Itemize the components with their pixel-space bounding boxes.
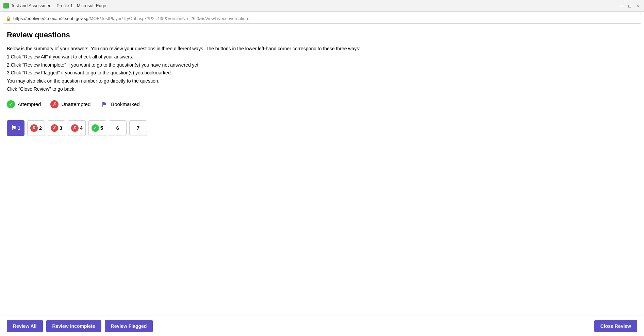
q-number: 6 xyxy=(116,125,119,131)
question-button-4[interactable]: ✗4 xyxy=(68,120,86,136)
browser-favicon xyxy=(3,3,9,8)
instruction-line-3: 2.Click "Review Incomplete" if you want … xyxy=(7,61,637,69)
question-button-7[interactable]: 7 xyxy=(129,120,147,136)
attempted-indicator: ✓ xyxy=(92,124,99,132)
footer: Review All Review Incomplete Review Flag… xyxy=(0,316,644,336)
q-number: 5 xyxy=(100,125,103,131)
attempted-icon: ✓ xyxy=(7,100,15,108)
q-number: 7 xyxy=(137,125,139,131)
window-controls: — ◻ ✕ xyxy=(619,3,641,8)
legend-attempted: ✓ Attempted xyxy=(7,100,41,108)
bookmarked-icon: ⚑ xyxy=(100,100,108,108)
address-text: https://edelivery2.eexam2.seab.gov.sg/MO… xyxy=(13,16,638,21)
instruction-line-5: You may also click on the question numbe… xyxy=(7,77,637,85)
footer-left-buttons: Review All Review Incomplete Review Flag… xyxy=(7,320,153,332)
minimize-button[interactable]: — xyxy=(619,3,624,8)
close-review-button[interactable]: Close Review xyxy=(594,320,637,332)
restore-button[interactable]: ◻ xyxy=(627,3,632,8)
unattempted-indicator: ✗ xyxy=(51,124,58,132)
question-button-2[interactable]: ✗2 xyxy=(27,120,45,136)
q-number: 3 xyxy=(60,125,62,131)
browser-title: Test and Assessment - Profile 1 - Micros… xyxy=(3,3,106,8)
unattempted-label: Unattempted xyxy=(61,101,90,107)
unattempted-indicator: ✗ xyxy=(71,124,79,132)
page-title: Review questions xyxy=(7,31,637,39)
instruction-line-2: 1.Click "Review All" if you want to chec… xyxy=(7,53,637,61)
attempted-label: Attempted xyxy=(18,101,41,107)
unattempted-indicator: ✗ xyxy=(30,124,38,132)
close-button[interactable]: ✕ xyxy=(635,3,641,8)
browser-title-text: Test and Assessment - Profile 1 - Micros… xyxy=(11,3,106,8)
review-incomplete-button[interactable]: Review Incomplete xyxy=(46,320,101,332)
footer-right-buttons: Close Review xyxy=(594,320,637,332)
question-button-3[interactable]: ✗3 xyxy=(48,120,65,136)
legend-bookmarked: ⚑ Bookmarked xyxy=(100,100,139,108)
instruction-line-4: 3.Click "Review Flagged" if you want to … xyxy=(7,69,637,77)
question-button-6[interactable]: 6 xyxy=(109,120,127,136)
question-button-5[interactable]: ✓5 xyxy=(88,120,106,136)
browser-titlebar: Test and Assessment - Profile 1 - Micros… xyxy=(0,0,644,12)
instructions: Below is the summary of your answers. Yo… xyxy=(7,45,637,93)
q-number: 2 xyxy=(39,125,42,131)
q-number: 4 xyxy=(80,125,83,131)
page-content: Review questions Below is the summary of… xyxy=(0,25,644,316)
review-all-button[interactable]: Review All xyxy=(7,320,43,332)
bookmarked-label: Bookmarked xyxy=(111,101,139,107)
review-flagged-button[interactable]: Review Flagged xyxy=(105,320,153,332)
question-button-1[interactable]: ⚑1 xyxy=(7,120,24,136)
address-bar[interactable]: 🔒 https://edelivery2.eexam2.seab.gov.sg/… xyxy=(3,13,641,24)
unattempted-icon: ✗ xyxy=(50,100,59,108)
divider xyxy=(7,114,637,114)
bookmark-icon: ⚑ xyxy=(11,124,16,132)
instruction-line-1: Below is the summary of your answers. Yo… xyxy=(7,45,637,53)
lock-icon: 🔒 xyxy=(6,16,11,21)
instruction-line-6: Click "Close Review" to go back. xyxy=(7,85,637,93)
legend-unattempted: ✗ Unattempted xyxy=(50,100,90,108)
legend: ✓ Attempted ✗ Unattempted ⚑ Bookmarked xyxy=(7,100,637,108)
q-number: 1 xyxy=(18,125,20,131)
question-grid: ⚑1✗2✗3✗4✓567 xyxy=(7,120,637,136)
